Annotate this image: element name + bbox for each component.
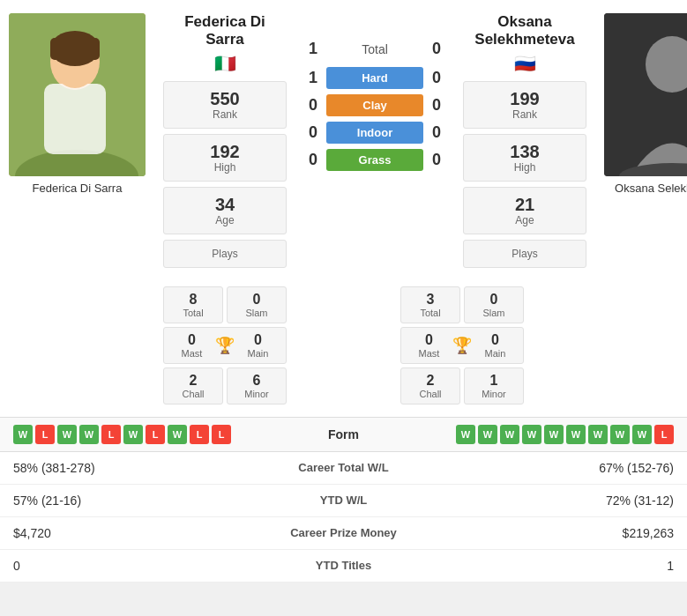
player1-high-value: 192	[168, 142, 281, 161]
player2-ytd-titles: 1	[432, 559, 675, 573]
form-badge: W	[123, 425, 143, 444]
player1-chall-val: 2	[167, 373, 220, 389]
form-badge: W	[456, 425, 475, 444]
total-label: Total	[326, 42, 423, 56]
right-photo-spacer	[533, 286, 687, 408]
grass-row: 0 Grass 0	[300, 149, 450, 171]
player2-minor-val: 1	[467, 373, 520, 389]
player2-mast-val: 0	[406, 332, 452, 348]
ytd-titles-label: YTD Titles	[256, 559, 432, 572]
player1-minor-box: 6 Minor	[227, 367, 287, 404]
form-badge: W	[522, 425, 541, 444]
hard-button[interactable]: Hard	[326, 67, 423, 89]
prize-label: Career Prize Money	[256, 526, 432, 539]
top-section: Federica Di Sarra Federica Di Sarra 🇮🇹 5…	[0, 0, 687, 286]
middle-section: 1 Total 0 1 Hard 0 0 Clay 0 0 Indoor 0 0	[295, 13, 454, 273]
player1-rank-value: 550	[168, 89, 281, 108]
career-wl-label: Career Total W/L	[256, 461, 432, 474]
player1-trophy-row: 0 Mast 🏆 0 Main	[163, 327, 287, 364]
player2-chall-box: 2 Chall	[400, 367, 460, 404]
player2-header: Oksana Selekhmeteva 🇷🇺	[463, 13, 586, 74]
ytd-wl-row: 57% (21-16) YTD W/L 72% (31-12)	[0, 485, 687, 517]
player2-total-box: 3 Total	[400, 286, 460, 323]
player2-minor-lbl: Minor	[467, 389, 520, 399]
mini-stats-section: 8 Total 0 Slam 0 Mast 🏆 0 Main	[0, 286, 687, 417]
player1-minor-lbl: Minor	[230, 389, 283, 399]
form-badge: L	[654, 425, 674, 444]
player2-high-label: High	[468, 161, 581, 174]
player2-age-label: Age	[468, 214, 581, 226]
player2-trophy-icon: 🏆	[452, 336, 472, 355]
indoor-button[interactable]: Indoor	[326, 122, 423, 144]
player1-hard-score: 1	[300, 69, 326, 87]
clay-row: 0 Clay 0	[300, 94, 450, 116]
player2-minor-box: 1 Minor	[464, 367, 524, 404]
player2-total-score: 0	[423, 40, 450, 58]
form-badge: L	[101, 425, 121, 444]
form-badge: W	[57, 425, 77, 444]
main-container: Federica Di Sarra Federica Di Sarra 🇮🇹 5…	[0, 0, 687, 583]
stats-rows: 58% (381-278) Career Total W/L 67% (152-…	[0, 452, 687, 583]
player2-slam-val: 0	[467, 292, 520, 308]
form-label: Form	[291, 427, 397, 442]
player1-rank-box: 550 Rank	[163, 81, 287, 129]
player2-slam-box: 0 Slam	[464, 286, 524, 323]
ytd-wl-label: YTD W/L	[256, 494, 432, 507]
player1-chall-lbl: Chall	[167, 389, 220, 399]
player2-title-stats: 3 Total 0 Slam 0 Mast 🏆 0 Main	[392, 286, 533, 408]
form-badge: L	[146, 425, 165, 444]
player1-age-box: 34 Age	[163, 187, 287, 234]
player2-total-lbl: Total	[404, 308, 457, 318]
player1-total-val: 8	[167, 292, 220, 308]
player1-clay-score: 0	[300, 96, 326, 115]
player2-rank-value: 199	[468, 89, 581, 108]
player2-high-box: 138 High	[463, 134, 586, 182]
form-badge: W	[478, 425, 497, 444]
hard-row: 1 Hard 0	[300, 67, 450, 89]
player1-ytd-wl: 57% (21-16)	[13, 494, 256, 508]
player1-high-label: High	[168, 161, 281, 174]
clay-button[interactable]: Clay	[326, 94, 423, 116]
form-badge: W	[79, 425, 99, 444]
player2-clay-score: 0	[423, 96, 450, 115]
player2-name-below: Oksana Selekhmeteva	[615, 182, 687, 195]
total-row: 1 Total 0	[300, 40, 450, 58]
player2-age-box: 21 Age	[463, 187, 586, 234]
indoor-row: 0 Indoor 0	[300, 122, 450, 144]
form-badge: W	[566, 425, 586, 444]
player1-stats: Federica Di Sarra 🇮🇹 550 Rank 192 High 3…	[154, 13, 295, 273]
grass-button[interactable]: Grass	[326, 149, 423, 171]
player2-chall-val: 2	[404, 373, 457, 389]
player1-high-box: 192 High	[163, 134, 287, 182]
form-badge: L	[35, 425, 55, 444]
player2-ytd-wl: 72% (31-12)	[432, 494, 675, 508]
player2-name: Oksana Selekhmeteva	[463, 13, 586, 49]
player1-plays-box: Plays	[163, 240, 287, 268]
player1-total-score: 1	[300, 40, 326, 58]
svg-rect-6	[50, 38, 100, 60]
player1-header: Federica Di Sarra 🇮🇹	[163, 13, 287, 74]
player1-name: Federica Di Sarra	[163, 13, 287, 49]
form-badge: L	[190, 425, 209, 444]
player2-rank-label: Rank	[468, 108, 581, 121]
player2-age-value: 21	[468, 195, 581, 214]
form-badge: W	[544, 425, 564, 444]
player2-plays-box: Plays	[463, 240, 586, 268]
player1-trophy-icon: 🏆	[215, 336, 235, 355]
player2-rank-box: 199 Rank	[463, 81, 586, 129]
player2-high-value: 138	[468, 142, 581, 161]
player2-prize: $219,263	[432, 526, 675, 540]
player2-slam-lbl: Slam	[467, 308, 520, 318]
player1-slam-lbl: Slam	[230, 308, 283, 318]
form-badge: W	[13, 425, 33, 444]
player1-slam-box: 0 Slam	[227, 286, 287, 323]
player1-rank-label: Rank	[168, 108, 281, 121]
ytd-titles-row: 0 YTD Titles 1	[0, 550, 687, 583]
player1-mini-stats	[0, 286, 154, 408]
player1-total-lbl: Total	[167, 308, 220, 318]
player1-age-value: 34	[168, 195, 281, 214]
player1-flag: 🇮🇹	[214, 53, 236, 74]
player2-trophy-row: 0 Mast 🏆 0 Main	[400, 327, 524, 364]
player1-form-badges: WLWWLWLWLL	[13, 425, 291, 444]
form-section: WLWWLWLWLL Form WWWWWWWWWL	[0, 417, 687, 452]
